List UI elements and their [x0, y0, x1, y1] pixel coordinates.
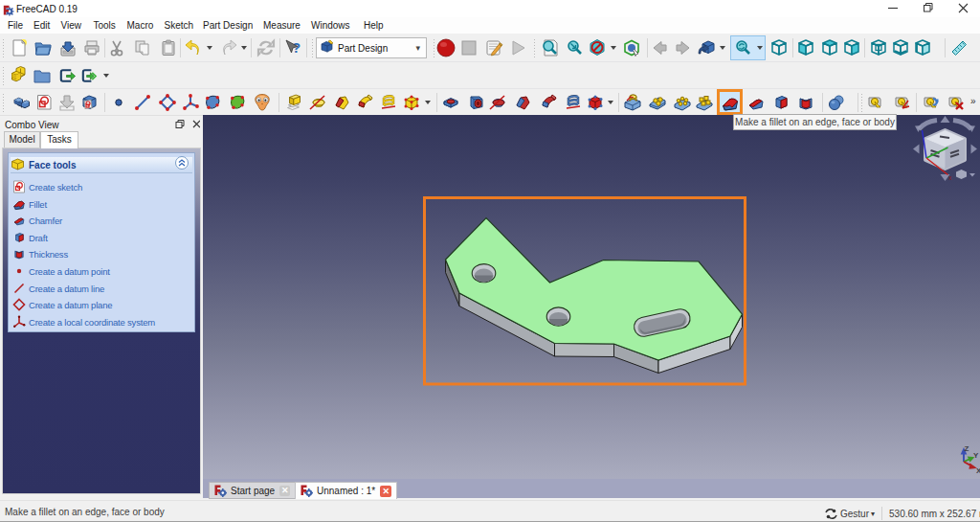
svg-text:Y: Y — [973, 451, 979, 460]
svg-text:X: X — [976, 466, 980, 475]
svg-text:x: x — [948, 174, 952, 181]
svg-text:Z: Z — [965, 445, 969, 453]
